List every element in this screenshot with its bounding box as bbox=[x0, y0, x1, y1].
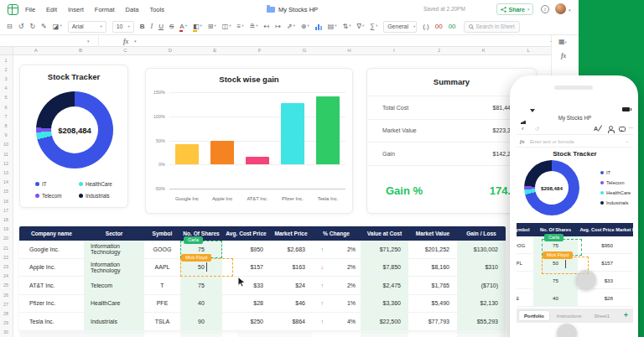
cell-company[interactable]: Tesla Inc. bbox=[19, 313, 84, 331]
row-header-6[interactable]: 6 bbox=[0, 105, 12, 110]
redo-icon[interactable]: ↻ bbox=[29, 23, 35, 30]
column-header-F[interactable]: F bbox=[237, 48, 282, 53]
portfolio-table[interactable]: Company nameSectorSymbolNo. Of SharesAvg… bbox=[19, 226, 506, 331]
row-header-19[interactable]: 19 bbox=[0, 226, 12, 231]
cell-change[interactable]: ↑2% bbox=[312, 277, 361, 295]
cell-value_at_cost[interactable]: $22,500 bbox=[361, 313, 408, 331]
stock-tracker-chart-card[interactable]: Stock Tracker $208,484 ITTelecomHealthCa… bbox=[19, 65, 128, 208]
text-color-button[interactable]: A▾ bbox=[179, 23, 187, 30]
column-header-I[interactable]: I bbox=[371, 48, 416, 53]
row-header-4[interactable]: 4 bbox=[0, 86, 12, 91]
cell-market_value[interactable]: $201,252 bbox=[408, 241, 457, 259]
table-row[interactable]: Apple Inc.Information TechnologyAAPL50$1… bbox=[19, 259, 506, 277]
cell-market_price[interactable]: $46 bbox=[270, 295, 312, 314]
increase-decimal-icon[interactable]: 00 bbox=[449, 23, 456, 30]
row-header-24[interactable]: 24 bbox=[0, 273, 12, 278]
info-icon[interactable]: i bbox=[541, 5, 549, 13]
cell-market_price[interactable]: $2,683 bbox=[270, 241, 312, 259]
column-header-A[interactable]: A bbox=[13, 48, 58, 53]
document-title[interactable]: My Stocks HP bbox=[278, 6, 318, 13]
menu-file[interactable]: File bbox=[25, 6, 35, 13]
row-header-27[interactable]: 27 bbox=[0, 302, 12, 307]
borders-button[interactable]: ⊞▾ bbox=[208, 23, 216, 30]
menu-data[interactable]: Data bbox=[126, 6, 139, 13]
cell-value_at_cost[interactable]: $3,360 bbox=[361, 295, 408, 314]
cell-market_price[interactable]: $163 bbox=[270, 259, 312, 277]
row-header-3[interactable]: 3 bbox=[0, 76, 12, 81]
row-header-22[interactable]: 22 bbox=[0, 255, 12, 260]
cell-company[interactable]: AT&T Inc. bbox=[19, 277, 84, 295]
column-header-L[interactable]: L bbox=[506, 48, 550, 53]
formula-bar[interactable]: ▾ fx ▾ bbox=[0, 35, 551, 47]
cell-market_value[interactable]: $77,793 bbox=[408, 313, 457, 331]
cell-gain_loss[interactable]: ($710) bbox=[457, 277, 506, 295]
table-row[interactable]: Pfizer Inc.HealthCarePFE40$28$46↑1%$3,36… bbox=[19, 295, 506, 314]
row-header-23[interactable]: 23 bbox=[0, 264, 12, 269]
row-header-7[interactable]: 7 bbox=[0, 114, 12, 119]
font-size-select[interactable]: 10▾ bbox=[112, 21, 134, 33]
cell-view-icon[interactable]: ▦▾ bbox=[558, 38, 567, 45]
stock-gain-chart-card[interactable]: Stock wise gain 150%100%50%0%-50%Google … bbox=[145, 68, 353, 214]
decrease-decimal-icon[interactable]: 00 bbox=[435, 23, 443, 30]
cell-change[interactable]: ↑1% bbox=[312, 295, 361, 314]
underline-button[interactable]: U bbox=[158, 23, 164, 30]
print-icon[interactable]: ⊟ bbox=[7, 23, 13, 30]
cell-gain_loss[interactable]: $55,293 bbox=[457, 313, 506, 331]
cell-symbol[interactable]: AAPL bbox=[144, 259, 180, 277]
row-header-12[interactable]: 12 bbox=[0, 161, 12, 166]
text-rotate-button[interactable]: ⇗▾ bbox=[287, 23, 295, 30]
comma-format-button[interactable]: (.) bbox=[423, 23, 429, 30]
cell-sector[interactable]: Telecom bbox=[84, 277, 144, 295]
column-header-D[interactable]: D bbox=[148, 48, 192, 53]
menu-format[interactable]: Format bbox=[95, 6, 115, 13]
row-header-2[interactable]: 2 bbox=[0, 67, 12, 72]
strikethrough-button[interactable]: S bbox=[169, 23, 174, 30]
table-row[interactable]: Tesla Inc.IndustrialsTSLA90$250$864↑4%$2… bbox=[19, 313, 506, 331]
row-header-1[interactable]: 1 bbox=[0, 58, 12, 63]
cell-symbol[interactable]: GOOG bbox=[144, 241, 180, 259]
column-header-H[interactable]: H bbox=[327, 48, 371, 53]
cell-sector[interactable]: Industrials bbox=[84, 313, 144, 331]
cell-avg_cost[interactable]: $250 bbox=[222, 313, 270, 331]
column-header-C[interactable]: C bbox=[103, 48, 148, 53]
column-header-K[interactable]: K bbox=[461, 48, 506, 53]
sum-button[interactable]: ∑▾ bbox=[370, 23, 377, 30]
fill-color-button[interactable]: ◧▾ bbox=[193, 23, 202, 30]
font-family-select[interactable]: Arial▾ bbox=[68, 21, 106, 33]
column-header-E[interactable]: E bbox=[193, 48, 237, 53]
row-headers[interactable]: 1234567891011121314151617181920212223242… bbox=[0, 55, 13, 337]
row-header-17[interactable]: 17 bbox=[0, 208, 12, 213]
format-painter-icon[interactable]: ✎ bbox=[41, 23, 47, 30]
row-header-18[interactable]: 18 bbox=[0, 217, 12, 222]
row-header-10[interactable]: 10 bbox=[0, 142, 12, 147]
italic-button[interactable]: I bbox=[150, 23, 153, 30]
row-header-14[interactable]: 14 bbox=[0, 179, 12, 184]
cell-gain_loss[interactable]: $310 bbox=[457, 259, 506, 277]
share-button[interactable]: Share▾ bbox=[496, 3, 533, 15]
vertical-align-button[interactable]: ≞▾ bbox=[249, 23, 257, 30]
cell-value_at_cost[interactable]: $71,250 bbox=[361, 241, 408, 259]
menu-insert[interactable]: Insert bbox=[68, 6, 84, 13]
sort-button[interactable]: ⇅▾ bbox=[343, 23, 351, 30]
user-avatar[interactable] bbox=[555, 3, 566, 14]
insert-image-button[interactable]: ▤▾ bbox=[328, 23, 337, 30]
cell-company[interactable]: Pfizer Inc. bbox=[19, 295, 84, 314]
link-button[interactable]: ⊕▾ bbox=[301, 23, 309, 30]
cell-change[interactable]: ↓2% bbox=[312, 259, 361, 277]
cell-sector[interactable]: HealthCare bbox=[84, 295, 144, 314]
row-header-15[interactable]: 15 bbox=[0, 189, 12, 194]
column-headers[interactable]: ABCDEFGHIJKL bbox=[13, 47, 551, 55]
table-row[interactable]: Google Inc.Information TechnologyGOOG75$… bbox=[19, 241, 506, 259]
row-header-9[interactable]: 9 bbox=[0, 132, 12, 137]
cell-avg_cost[interactable]: $28 bbox=[222, 295, 270, 314]
insert-chart-button[interactable] bbox=[315, 23, 322, 30]
cell-symbol[interactable]: T bbox=[144, 277, 180, 295]
cell-shares[interactable]: 75 bbox=[180, 277, 222, 295]
row-header-13[interactable]: 13 bbox=[0, 170, 12, 175]
sheet-search-input[interactable]: Search in Sheet bbox=[464, 21, 520, 33]
cell-sector[interactable]: Information Technology bbox=[84, 241, 144, 259]
row-header-29[interactable]: 29 bbox=[0, 320, 12, 325]
cell-market_price[interactable]: $24 bbox=[270, 277, 312, 295]
cell-gain_loss[interactable]: $2,130 bbox=[457, 295, 506, 314]
row-header-25[interactable]: 25 bbox=[0, 283, 12, 288]
